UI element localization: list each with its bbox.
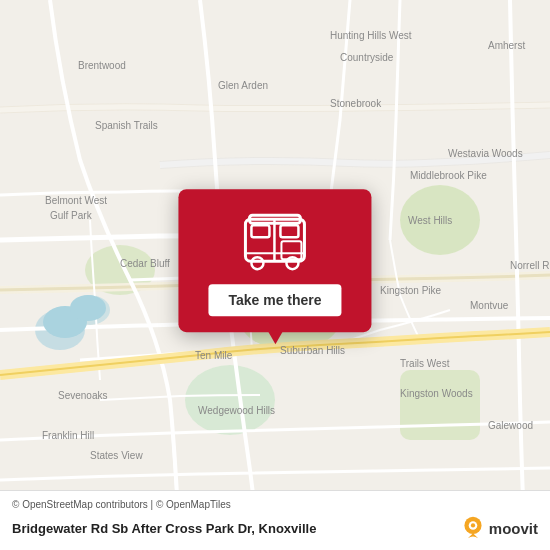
card-popup: Take me there <box>178 189 371 332</box>
svg-point-4 <box>185 365 275 435</box>
svg-rect-5 <box>400 370 480 440</box>
moovit-pin-icon <box>461 516 485 540</box>
location-text: Bridgewater Rd Sb After Cross Park Dr, K… <box>12 521 461 536</box>
svg-rect-12 <box>252 225 270 237</box>
take-me-there-button[interactable]: Take me there <box>208 284 341 316</box>
location-row: Bridgewater Rd Sb After Cross Park Dr, K… <box>12 516 538 540</box>
moovit-logo: moovit <box>461 516 538 540</box>
svg-point-2 <box>400 185 480 255</box>
svg-point-21 <box>471 523 475 527</box>
map-container: CountrysideHunting Hills WestAmherstBren… <box>0 0 550 550</box>
bus-icon <box>238 211 313 273</box>
map-attribution: © OpenStreetMap contributors | © OpenMap… <box>12 499 538 510</box>
svg-rect-13 <box>281 225 299 237</box>
bus-icon-container <box>235 209 315 274</box>
moovit-brand-text: moovit <box>489 520 538 537</box>
svg-point-9 <box>70 295 106 321</box>
map-pin <box>267 330 283 344</box>
bottom-bar: © OpenStreetMap contributors | © OpenMap… <box>0 490 550 550</box>
svg-point-17 <box>252 257 264 269</box>
